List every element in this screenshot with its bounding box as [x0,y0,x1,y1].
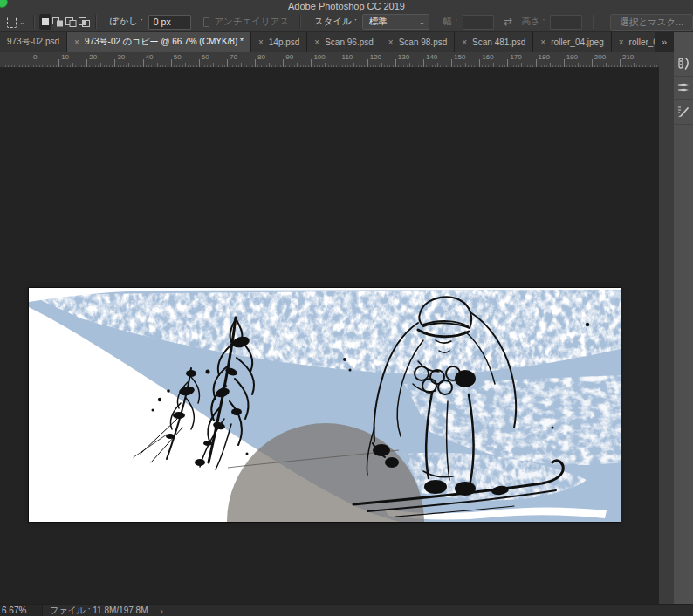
ruler-tick [656,65,657,67]
subtract-from-selection-mode-button[interactable] [65,14,78,30]
dock-divider[interactable] [659,52,674,604]
ruler-tick [89,65,90,67]
tab-close-icon[interactable]: × [619,38,624,47]
tab-label: Scan 98.psd [399,38,448,47]
ruler-tick [611,65,612,67]
ruler-tick [325,63,326,67]
ruler-tick [614,65,615,67]
ruler-label: 180 [539,53,550,61]
tab-close-icon[interactable]: × [258,38,264,47]
select-and-mask-button[interactable]: 選択とマスク... [610,14,693,31]
tab-label: Scan 96.psd [325,38,374,47]
height-label: 高さ : [521,16,545,28]
ruler-tick [356,65,357,67]
height-input[interactable] [550,15,581,30]
tab-close-icon[interactable]: × [388,38,394,47]
document-tab[interactable]: ×973号-02 のコピー @ 66.7% (CMYK/8) * [67,31,251,52]
file-size-info[interactable]: ファイル : 11.8M/197.8M [50,605,148,616]
brushes-panel-button[interactable] [674,75,693,100]
style-dropdown[interactable]: 標準 ⌄ [362,14,429,30]
document-tab[interactable]: ×14p.psd [251,31,307,52]
tool-preset-chevron-icon[interactable]: ⌄ [19,17,26,26]
ruler-tick [160,65,161,67]
ruler-tick [146,65,147,67]
document-tab[interactable]: ×Scan 96.psd [307,31,381,52]
pasteboard[interactable] [0,67,659,604]
add-selection-icon [51,17,65,28]
rectangular-marquee-tool-icon[interactable] [7,17,17,28]
ruler-tick [491,65,491,67]
ruler-tick [137,65,138,67]
feather-input[interactable]: 0 px [148,15,191,30]
document-tab[interactable]: ×Scan 481.psd [455,31,533,52]
brush-settings-icon [676,56,691,72]
tab-close-icon[interactable]: × [314,38,319,47]
tab-close-icon[interactable]: × [74,38,79,47]
ruler-tick [227,59,228,67]
ruler-tick [429,65,429,67]
ruler-tick [95,65,96,67]
ruler-tick [84,65,85,67]
ruler-tick [45,63,45,67]
ruler-tick [620,59,621,67]
ruler-tick [134,65,135,67]
ruler-tick [104,65,105,67]
ruler-tick [525,65,525,67]
tool-presets-panel-button[interactable] [674,99,693,125]
separator [33,15,35,29]
ruler-tick [300,65,301,67]
ruler-tick [244,65,244,67]
ruler-tick [222,65,223,67]
ruler-tick [482,65,483,67]
ruler-tick [552,65,553,67]
horizontal-ruler[interactable]: 0102030405060708090100110120130140150160… [0,52,659,68]
ruler-tick [53,65,54,67]
new-selection-mode-button[interactable] [39,14,51,30]
ruler-tick [468,65,469,67]
ruler-tick [114,59,115,67]
document-tab[interactable]: ×Scan 98.psd [381,31,455,52]
brush-settings-panel-button[interactable] [674,51,693,77]
ruler-tick [241,63,242,67]
tab-close-icon[interactable]: × [462,38,467,47]
ruler-tick [196,65,197,67]
ruler-tick [488,65,489,67]
ruler-label: 200 [594,53,606,61]
ruler-tick [636,65,637,67]
ruler-tick [539,65,539,67]
ruler-tick [530,65,531,67]
ruler-tick [257,65,258,67]
ruler-tick [395,59,396,67]
antialias-checkbox[interactable] [203,17,210,27]
ruler-tick [589,65,590,67]
tab-close-icon[interactable]: × [540,38,545,47]
ruler-tick [560,65,561,67]
document-tab[interactable]: ×roller_04.jpeg [533,31,611,52]
ruler-tick [625,65,626,67]
ruler-tick [440,65,441,67]
ruler-label: 160 [482,53,493,61]
ruler-tick [118,65,119,67]
ruler-tick [238,65,239,67]
ruler-tick [361,65,362,67]
ruler-tick [22,65,23,67]
tab-overflow-button[interactable]: » [655,31,674,52]
ruler-label: 130 [398,53,409,61]
swap-width-height-icon[interactable]: ⇄ [504,16,512,28]
ruler-tick [278,65,278,67]
ruler-label: 70 [230,53,237,61]
status-expander-icon[interactable]: › [160,606,162,616]
ruler-tick [303,65,304,67]
ruler-tick [79,65,79,67]
zoom-level-field[interactable]: 6.67% [0,605,43,616]
tool-options-bar: ⌄ ぼかし : 0 px アンチエイリアス スタイル : 標準 ⌄ 幅 : [0,12,693,32]
document-tab[interactable]: 973号-02.psd [0,31,67,52]
add-to-selection-mode-button[interactable] [51,14,65,30]
width-input[interactable] [463,15,494,30]
document-tab[interactable]: ×roller_05.jpeg [612,31,655,52]
ruler-tick [81,65,82,67]
ruler-label: 60 [202,53,209,61]
artwork-canvas[interactable] [29,288,621,522]
ruler-tick [426,65,427,67]
intersect-selection-mode-button[interactable] [78,14,91,30]
